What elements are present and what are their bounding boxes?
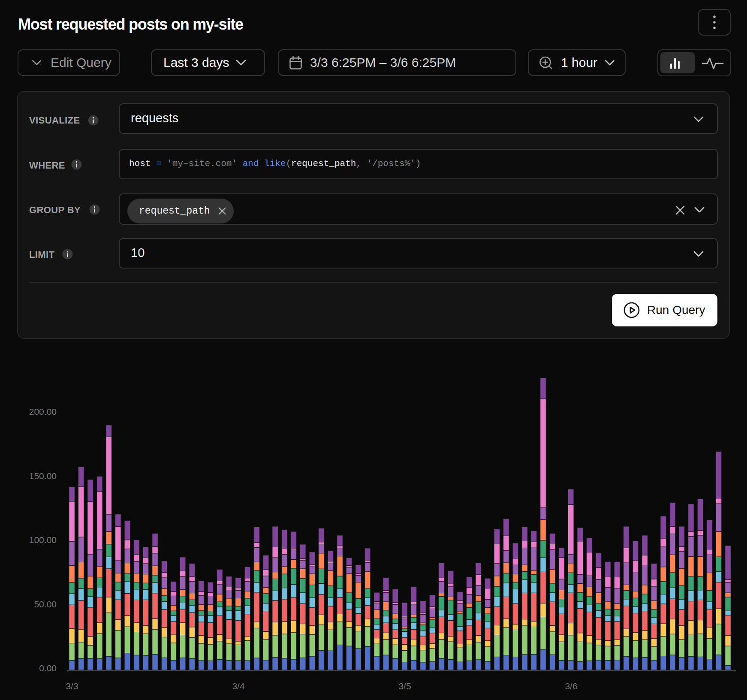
svg-text:100.00: 100.00 [29, 535, 57, 545]
svg-text:3/6: 3/6 [565, 681, 577, 691]
svg-text:3/4: 3/4 [232, 681, 245, 691]
svg-text:0.00: 0.00 [39, 663, 57, 673]
svg-text:3/5: 3/5 [398, 681, 411, 691]
svg-text:200.00: 200.00 [29, 407, 57, 416]
svg-text:3/3: 3/3 [66, 681, 78, 691]
svg-text:150.00: 150.00 [29, 471, 57, 481]
svg-text:50.00: 50.00 [34, 599, 57, 609]
